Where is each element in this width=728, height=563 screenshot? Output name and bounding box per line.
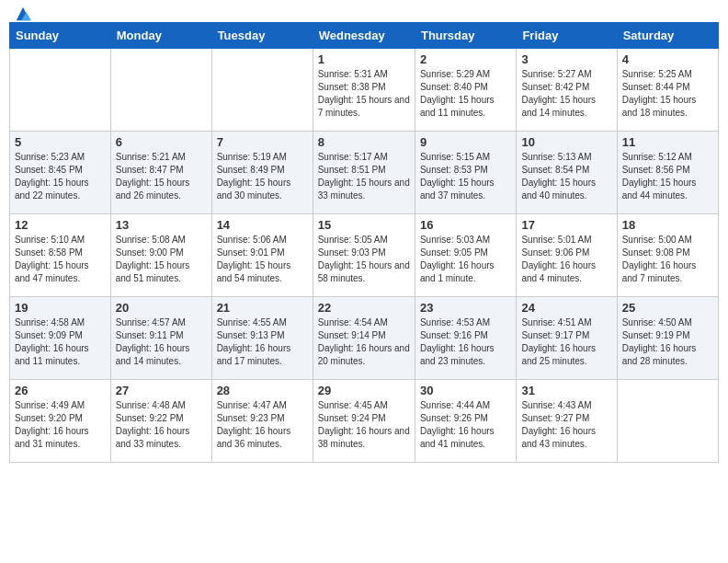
calendar-table: SundayMondayTuesdayWednesdayThursdayFrid… (9, 22, 719, 463)
calendar-cell (110, 49, 211, 132)
day-number: 9 (420, 135, 511, 149)
calendar-cell: 7Sunrise: 5:19 AM Sunset: 8:49 PM Daylig… (211, 132, 313, 214)
day-number: 12 (15, 218, 106, 232)
calendar-cell: 11Sunrise: 5:12 AM Sunset: 8:56 PM Dayli… (617, 132, 718, 214)
calendar-cell: 14Sunrise: 5:06 AM Sunset: 9:01 PM Dayli… (211, 214, 313, 297)
day-info: Sunrise: 4:55 AM Sunset: 9:13 PM Dayligh… (217, 316, 308, 368)
calendar-cell: 28Sunrise: 4:47 AM Sunset: 9:23 PM Dayli… (211, 380, 313, 463)
day-info: Sunrise: 5:29 AM Sunset: 8:40 PM Dayligh… (420, 68, 511, 120)
calendar-cell: 4Sunrise: 5:25 AM Sunset: 8:44 PM Daylig… (617, 49, 718, 132)
day-info: Sunrise: 4:43 AM Sunset: 9:27 PM Dayligh… (521, 399, 611, 451)
header-sunday: Sunday (10, 23, 111, 49)
calendar-cell: 29Sunrise: 4:45 AM Sunset: 9:24 PM Dayli… (313, 380, 415, 463)
calendar-cell: 20Sunrise: 4:57 AM Sunset: 9:11 PM Dayli… (110, 297, 211, 380)
calendar-week-row: 12Sunrise: 5:10 AM Sunset: 8:58 PM Dayli… (10, 214, 719, 297)
header-thursday: Thursday (415, 23, 516, 49)
day-info: Sunrise: 5:13 AM Sunset: 8:54 PM Dayligh… (521, 151, 611, 202)
calendar-cell: 8Sunrise: 5:17 AM Sunset: 8:51 PM Daylig… (313, 132, 415, 214)
day-number: 31 (521, 384, 611, 397)
day-number: 10 (521, 135, 611, 149)
calendar-cell: 27Sunrise: 4:48 AM Sunset: 9:22 PM Dayli… (110, 380, 211, 463)
calendar-header-row: SundayMondayTuesdayWednesdayThursdayFrid… (10, 23, 719, 49)
calendar-cell: 1Sunrise: 5:31 AM Sunset: 8:38 PM Daylig… (313, 49, 415, 132)
calendar-cell: 10Sunrise: 5:13 AM Sunset: 8:54 PM Dayli… (517, 132, 617, 214)
calendar-week-row: 5Sunrise: 5:23 AM Sunset: 8:45 PM Daylig… (10, 132, 719, 214)
calendar-cell: 16Sunrise: 5:03 AM Sunset: 9:05 PM Dayli… (415, 214, 516, 297)
day-info: Sunrise: 5:21 AM Sunset: 8:47 PM Dayligh… (116, 151, 207, 202)
calendar-cell: 13Sunrise: 5:08 AM Sunset: 9:00 PM Dayli… (110, 214, 211, 297)
day-info: Sunrise: 4:44 AM Sunset: 9:26 PM Dayligh… (420, 399, 511, 451)
day-number: 18 (622, 218, 713, 232)
day-number: 4 (622, 52, 713, 66)
day-info: Sunrise: 4:45 AM Sunset: 9:24 PM Dayligh… (318, 399, 410, 451)
day-number: 15 (318, 218, 410, 232)
day-info: Sunrise: 5:06 AM Sunset: 9:01 PM Dayligh… (217, 234, 308, 285)
day-info: Sunrise: 4:50 AM Sunset: 9:19 PM Dayligh… (622, 316, 713, 368)
day-number: 7 (217, 135, 308, 149)
calendar-cell (10, 49, 111, 132)
header-saturday: Saturday (617, 23, 718, 49)
day-number: 19 (15, 301, 106, 315)
calendar-week-row: 1Sunrise: 5:31 AM Sunset: 8:38 PM Daylig… (10, 49, 719, 132)
day-info: Sunrise: 5:12 AM Sunset: 8:56 PM Dayligh… (622, 151, 713, 202)
calendar-cell: 19Sunrise: 4:58 AM Sunset: 9:09 PM Dayli… (10, 297, 111, 380)
day-info: Sunrise: 5:25 AM Sunset: 8:44 PM Dayligh… (622, 68, 713, 120)
day-number: 25 (622, 301, 713, 315)
day-info: Sunrise: 5:23 AM Sunset: 8:45 PM Dayligh… (15, 151, 106, 202)
day-info: Sunrise: 5:17 AM Sunset: 8:51 PM Dayligh… (318, 151, 410, 202)
day-number: 22 (318, 301, 410, 315)
day-number: 6 (116, 135, 207, 149)
calendar-cell: 3Sunrise: 5:27 AM Sunset: 8:42 PM Daylig… (517, 49, 617, 132)
page-header (9, 9, 719, 17)
day-number: 24 (521, 301, 611, 315)
day-info: Sunrise: 4:57 AM Sunset: 9:11 PM Dayligh… (116, 316, 207, 368)
day-number: 13 (116, 218, 207, 232)
calendar-cell: 2Sunrise: 5:29 AM Sunset: 8:40 PM Daylig… (415, 49, 516, 132)
header-tuesday: Tuesday (211, 23, 313, 49)
day-info: Sunrise: 5:19 AM Sunset: 8:49 PM Dayligh… (217, 151, 308, 202)
day-number: 11 (622, 135, 713, 149)
calendar-cell: 23Sunrise: 4:53 AM Sunset: 9:16 PM Dayli… (415, 297, 516, 380)
day-info: Sunrise: 5:31 AM Sunset: 8:38 PM Dayligh… (318, 68, 410, 120)
day-info: Sunrise: 4:58 AM Sunset: 9:09 PM Dayligh… (15, 316, 106, 368)
header-monday: Monday (110, 23, 211, 49)
calendar-cell: 30Sunrise: 4:44 AM Sunset: 9:26 PM Dayli… (415, 380, 516, 463)
day-number: 27 (116, 384, 207, 397)
calendar-cell: 9Sunrise: 5:15 AM Sunset: 8:53 PM Daylig… (415, 132, 516, 214)
day-info: Sunrise: 5:03 AM Sunset: 9:05 PM Dayligh… (420, 234, 511, 285)
logo-icon (15, 6, 31, 22)
day-info: Sunrise: 5:08 AM Sunset: 9:00 PM Dayligh… (116, 234, 207, 285)
day-info: Sunrise: 5:10 AM Sunset: 8:58 PM Dayligh… (15, 234, 106, 285)
day-number: 3 (521, 52, 611, 66)
day-info: Sunrise: 5:15 AM Sunset: 8:53 PM Dayligh… (420, 151, 511, 202)
calendar-cell: 21Sunrise: 4:55 AM Sunset: 9:13 PM Dayli… (211, 297, 313, 380)
day-number: 28 (217, 384, 308, 397)
day-number: 20 (116, 301, 207, 315)
calendar-cell: 22Sunrise: 4:54 AM Sunset: 9:14 PM Dayli… (313, 297, 415, 380)
day-info: Sunrise: 5:05 AM Sunset: 9:03 PM Dayligh… (318, 234, 410, 285)
day-number: 8 (318, 135, 410, 149)
calendar-cell: 6Sunrise: 5:21 AM Sunset: 8:47 PM Daylig… (110, 132, 211, 214)
day-info: Sunrise: 4:53 AM Sunset: 9:16 PM Dayligh… (420, 316, 511, 368)
calendar-cell: 5Sunrise: 5:23 AM Sunset: 8:45 PM Daylig… (10, 132, 111, 214)
calendar-cell: 17Sunrise: 5:01 AM Sunset: 9:06 PM Dayli… (517, 214, 617, 297)
day-number: 14 (217, 218, 308, 232)
calendar-week-row: 26Sunrise: 4:49 AM Sunset: 9:20 PM Dayli… (10, 380, 719, 463)
day-number: 16 (420, 218, 511, 232)
calendar-cell: 15Sunrise: 5:05 AM Sunset: 9:03 PM Dayli… (313, 214, 415, 297)
day-number: 2 (420, 52, 511, 66)
day-info: Sunrise: 5:27 AM Sunset: 8:42 PM Dayligh… (521, 68, 611, 120)
calendar-cell (211, 49, 313, 132)
calendar-cell: 12Sunrise: 5:10 AM Sunset: 8:58 PM Dayli… (10, 214, 111, 297)
day-number: 5 (15, 135, 106, 149)
calendar-cell: 18Sunrise: 5:00 AM Sunset: 9:08 PM Dayli… (617, 214, 718, 297)
day-number: 21 (217, 301, 308, 315)
day-info: Sunrise: 4:54 AM Sunset: 9:14 PM Dayligh… (318, 316, 410, 368)
day-info: Sunrise: 4:51 AM Sunset: 9:17 PM Dayligh… (521, 316, 611, 368)
day-number: 17 (521, 218, 611, 232)
logo (13, 9, 31, 17)
day-number: 26 (15, 384, 106, 397)
day-number: 29 (318, 384, 410, 397)
day-info: Sunrise: 4:47 AM Sunset: 9:23 PM Dayligh… (217, 399, 308, 451)
day-number: 23 (420, 301, 511, 315)
